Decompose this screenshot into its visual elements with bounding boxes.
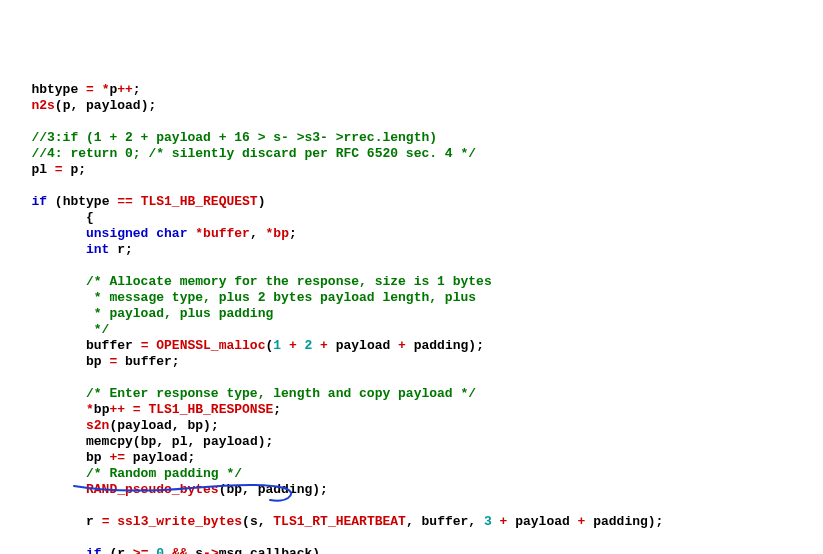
num: 3 bbox=[484, 514, 492, 529]
ident: payload bbox=[86, 98, 141, 113]
punct: ; bbox=[133, 82, 141, 97]
ident: payload bbox=[336, 338, 391, 353]
code-line: pl = p; bbox=[8, 162, 86, 177]
op: = bbox=[102, 354, 125, 369]
code-line: hbtype = *p++; bbox=[8, 82, 141, 97]
ident: buffer bbox=[125, 354, 172, 369]
punct: ; bbox=[187, 450, 195, 465]
code-line: if (hbtype == TLS1_HB_REQUEST) bbox=[8, 194, 266, 209]
comment: /* Allocate memory for the response, siz… bbox=[86, 274, 492, 289]
op: * bbox=[195, 226, 203, 241]
op: && bbox=[164, 546, 195, 554]
punct: ( bbox=[102, 546, 118, 554]
op: = bbox=[133, 338, 156, 353]
op: += bbox=[102, 450, 133, 465]
op: * bbox=[86, 402, 94, 417]
punct: ; bbox=[266, 434, 274, 449]
kw: if bbox=[86, 546, 102, 554]
ident: hbtype bbox=[31, 82, 78, 97]
punct: , bbox=[250, 226, 266, 241]
code-line: n2s(p, payload); bbox=[8, 98, 156, 113]
macro: TLS1_RT_HEARTBEAT bbox=[273, 514, 406, 529]
ident: payload bbox=[515, 514, 570, 529]
comment: /* Enter response type, length and copy … bbox=[86, 386, 476, 401]
ident: payload bbox=[117, 418, 172, 433]
code-line: { bbox=[8, 210, 94, 225]
code-line: //3:if (1 + 2 + payload + 16 > s- >s3- >… bbox=[8, 130, 437, 145]
kw: if bbox=[31, 194, 47, 209]
macro: TLS1_HB_RESPONSE bbox=[148, 402, 273, 417]
ident: bp bbox=[86, 354, 102, 369]
ident: padding bbox=[593, 514, 648, 529]
punct: ) bbox=[312, 482, 320, 497]
code-line: /* Allocate memory for the response, siz… bbox=[8, 274, 492, 289]
fn: RAND_pseudo_bytes bbox=[86, 482, 219, 497]
op: = bbox=[78, 82, 101, 97]
num: 1 bbox=[273, 338, 281, 353]
comment: */ bbox=[86, 322, 109, 337]
code-line: /* Random padding */ bbox=[8, 466, 242, 481]
ident: bp bbox=[94, 402, 110, 417]
ident: buffer bbox=[86, 338, 133, 353]
punct: ) bbox=[203, 418, 211, 433]
op: ++ bbox=[117, 82, 133, 97]
ident: r bbox=[117, 242, 125, 257]
comment: * payload, plus padding bbox=[86, 306, 273, 321]
ident: padding bbox=[258, 482, 313, 497]
kw: int bbox=[86, 242, 109, 257]
ident: bp bbox=[273, 226, 289, 241]
punct: ; bbox=[211, 418, 219, 433]
code-line: /* Enter response type, length and copy … bbox=[8, 386, 476, 401]
fn: OPENSSL_malloc bbox=[156, 338, 265, 353]
ident: buffer bbox=[203, 226, 250, 241]
comment: /* Random padding */ bbox=[86, 466, 242, 481]
comment: //3:if (1 + 2 + payload + 16 > s- >s3- >… bbox=[31, 130, 437, 145]
fn: ssl3_write_bytes bbox=[117, 514, 242, 529]
code-line: * message type, plus 2 bytes payload len… bbox=[8, 290, 476, 305]
punct: ; bbox=[125, 242, 133, 257]
punct: , bbox=[172, 418, 188, 433]
ident: payload bbox=[203, 434, 258, 449]
ident: r bbox=[86, 514, 94, 529]
code-line: s2n(payload, bp); bbox=[8, 418, 219, 433]
punct: , bbox=[468, 514, 484, 529]
punct: ( bbox=[242, 514, 250, 529]
code-line: *bp++ = TLS1_HB_RESPONSE; bbox=[8, 402, 281, 417]
punct: , bbox=[406, 514, 422, 529]
code-line: memcpy(bp, pl, payload); bbox=[8, 434, 273, 449]
op: -> bbox=[203, 546, 219, 554]
ident: buffer bbox=[422, 514, 469, 529]
ident: msg_callback bbox=[219, 546, 313, 554]
ident: padding bbox=[414, 338, 469, 353]
ident: pl bbox=[172, 434, 188, 449]
punct: , bbox=[258, 514, 274, 529]
op: + bbox=[492, 514, 515, 529]
punct: , bbox=[187, 434, 203, 449]
punct: ; bbox=[320, 482, 328, 497]
op: ++ bbox=[109, 402, 125, 417]
comment: //4: return 0; /* silently discard per R… bbox=[31, 146, 476, 161]
num: 0 bbox=[156, 546, 164, 554]
fn: n2s bbox=[31, 98, 54, 113]
op: = bbox=[94, 514, 117, 529]
kw: char bbox=[156, 226, 187, 241]
punct: , bbox=[70, 98, 86, 113]
punct: ) bbox=[468, 338, 476, 353]
ident: bp bbox=[86, 450, 102, 465]
punct: ) bbox=[312, 546, 320, 554]
ident: bp bbox=[141, 434, 157, 449]
fn: memcpy bbox=[86, 434, 133, 449]
fn: s2n bbox=[86, 418, 109, 433]
ident: s bbox=[250, 514, 258, 529]
op: + bbox=[281, 338, 304, 353]
op: + bbox=[312, 338, 335, 353]
code-line: bp = buffer; bbox=[8, 354, 180, 369]
op: >= bbox=[125, 546, 156, 554]
code-line: buffer = OPENSSL_malloc(1 + 2 + payload … bbox=[8, 338, 484, 353]
ident: bp bbox=[187, 418, 203, 433]
code-line: RAND_pseudo_bytes(bp, padding); bbox=[8, 482, 328, 497]
punct: ; bbox=[476, 338, 484, 353]
comment: * message type, plus 2 bytes payload len… bbox=[86, 290, 476, 305]
code-line: */ bbox=[8, 322, 109, 337]
punct: ; bbox=[148, 98, 156, 113]
